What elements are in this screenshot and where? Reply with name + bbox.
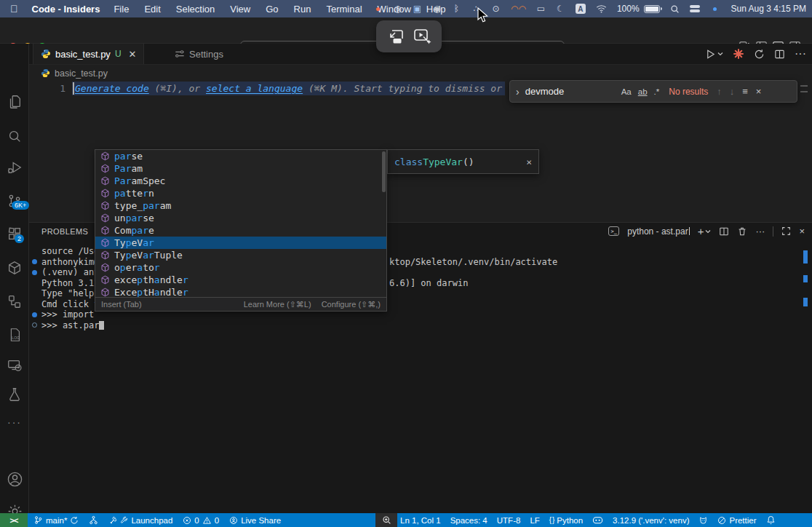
split-terminal-icon[interactable] bbox=[719, 226, 729, 237]
profiles-icon[interactable]: ◠◠ bbox=[511, 3, 526, 15]
apple-menu-icon[interactable]:  bbox=[10, 3, 18, 15]
menu-clock[interactable]: Sun Aug 3 4:15 PM bbox=[731, 4, 806, 14]
find-next-icon[interactable]: ↓ bbox=[730, 86, 735, 97]
containers-icon[interactable] bbox=[6, 259, 23, 277]
account-icon[interactable] bbox=[6, 470, 23, 488]
app-menu-name[interactable]: Code - Insiders bbox=[32, 4, 100, 15]
editor-more-actions-icon[interactable]: ··· bbox=[795, 47, 806, 60]
menu-file[interactable]: File bbox=[114, 4, 129, 15]
more-views-icon[interactable]: ··· bbox=[6, 413, 23, 431]
menu-edit[interactable]: Edit bbox=[144, 4, 160, 15]
search-icon[interactable] bbox=[6, 128, 23, 146]
hint-link[interactable]: select a language bbox=[206, 83, 303, 94]
menu-go[interactable]: Go bbox=[266, 4, 278, 15]
indentation-item[interactable]: Spaces: 4 bbox=[450, 516, 487, 525]
suggest-item-operator[interactable]: operator bbox=[95, 261, 386, 274]
suggest-configure[interactable]: Configure (⇧⌘,) bbox=[322, 300, 381, 309]
match-case-toggle[interactable]: Aa bbox=[621, 87, 632, 96]
suggest-item-type_param[interactable]: type_param bbox=[95, 199, 386, 212]
whole-word-toggle[interactable]: ab bbox=[638, 87, 648, 96]
tab-settings[interactable]: Settings bbox=[167, 44, 231, 64]
focus-moon-icon[interactable]: ☾ bbox=[556, 3, 565, 15]
menu-terminal[interactable]: Terminal bbox=[326, 4, 362, 15]
suggest-item-unparse[interactable]: unparse bbox=[95, 212, 386, 224]
extension-splat-icon[interactable] bbox=[733, 48, 744, 60]
pip-icon[interactable] bbox=[386, 28, 405, 45]
suggest-item-Compare[interactable]: Compare bbox=[95, 224, 386, 237]
hint-link[interactable]: Generate code bbox=[75, 83, 149, 94]
control-center-icon[interactable] bbox=[690, 3, 700, 15]
doc-close-icon[interactable]: × bbox=[526, 156, 532, 167]
stats-icon[interactable]: ▣ bbox=[413, 3, 422, 15]
run-python-button[interactable] bbox=[705, 49, 723, 60]
wifi-icon[interactable] bbox=[596, 3, 607, 15]
launchpad-status-item[interactable]: Launchpad bbox=[108, 516, 172, 525]
suggest-item-parse[interactable]: parse bbox=[95, 150, 386, 162]
notifications-bell-icon[interactable] bbox=[766, 515, 776, 525]
record-play-icon[interactable] bbox=[413, 28, 433, 46]
tab-close-icon[interactable]: ✕ bbox=[129, 49, 137, 60]
eol-item[interactable]: LF bbox=[530, 516, 539, 525]
remote-indicator[interactable]: >< bbox=[0, 513, 28, 527]
assistant-icon[interactable]: ◉ bbox=[432, 3, 442, 15]
suggest-item-TypeVar[interactable]: TypeVar bbox=[95, 237, 386, 249]
find-previous-icon[interactable]: ↑ bbox=[717, 86, 722, 97]
cat-extension-icon[interactable] bbox=[698, 516, 708, 525]
screen-record-icon[interactable]: ⊙ bbox=[491, 3, 501, 15]
log-file-icon[interactable]: LOG bbox=[6, 326, 23, 344]
panel-more-actions-icon[interactable]: ··· bbox=[755, 226, 765, 237]
run-debug-icon[interactable] bbox=[6, 159, 23, 176]
command-decoration-filled[interactable] bbox=[32, 312, 37, 317]
language-mode-item[interactable]: { }Python bbox=[549, 516, 583, 525]
prettier-status-item[interactable]: Prettier bbox=[717, 516, 756, 525]
find-close-icon[interactable]: × bbox=[756, 86, 762, 97]
panel-tab-problems[interactable]: PROBLEMS bbox=[41, 227, 88, 236]
terminal-title[interactable]: python - ast.par bbox=[627, 226, 689, 237]
bluetooth-icon[interactable]: ᛒ bbox=[452, 3, 461, 15]
kill-terminal-icon[interactable] bbox=[737, 226, 747, 237]
copilot-status-icon[interactable] bbox=[592, 515, 603, 526]
suggest-item-pattern[interactable]: pattern bbox=[95, 187, 386, 199]
display-icon[interactable]: ▭ bbox=[536, 3, 546, 15]
command-decoration-hollow[interactable] bbox=[32, 322, 37, 328]
close-panel-icon[interactable]: × bbox=[799, 226, 805, 237]
command-decoration-filled[interactable] bbox=[32, 259, 37, 264]
recording-dot-icon[interactable]: ● bbox=[373, 3, 383, 15]
explorer-icon[interactable] bbox=[6, 93, 23, 111]
suggest-scrollbar[interactable] bbox=[382, 151, 386, 192]
suggest-item-ParamSpec[interactable]: ParamSpec bbox=[95, 175, 386, 187]
maximize-panel-icon[interactable] bbox=[781, 226, 791, 236]
cursor-position-item[interactable]: Ln 1, Col 1 bbox=[400, 516, 441, 525]
menu-view[interactable]: View bbox=[230, 4, 250, 15]
breadcrumb-file[interactable]: basic_test.py bbox=[55, 68, 108, 79]
remote-explorer-icon[interactable] bbox=[6, 357, 23, 374]
source-control-graph-item[interactable] bbox=[89, 515, 98, 525]
spotlight-icon[interactable] bbox=[670, 3, 680, 15]
find-input[interactable]: devmode bbox=[525, 86, 621, 97]
suggest-learn-more[interactable]: Learn More (⇧⌘L) bbox=[244, 300, 311, 309]
menu-run[interactable]: Run bbox=[294, 4, 311, 15]
input-source-icon[interactable]: A bbox=[576, 3, 586, 15]
find-in-selection-icon[interactable]: ≡ bbox=[742, 86, 748, 97]
zoom-overlay-chip[interactable] bbox=[375, 513, 397, 527]
breadcrumb[interactable]: basic_test.py bbox=[29, 65, 812, 82]
regex-toggle[interactable]: .* bbox=[654, 87, 660, 96]
python-interpreter-item[interactable]: 3.12.9 ('.venv': venv) bbox=[613, 516, 689, 525]
screen-mirroring-icon[interactable]: ◎ bbox=[393, 3, 402, 15]
hierarchy-icon[interactable] bbox=[6, 293, 23, 310]
suggest-item-excepthandler[interactable]: excepthandler bbox=[95, 274, 386, 286]
battery-icon[interactable]: 100% bbox=[617, 3, 660, 15]
command-decoration-filled[interactable] bbox=[32, 270, 37, 275]
testing-icon[interactable] bbox=[6, 386, 23, 403]
branch-status-item[interactable]: main* bbox=[33, 515, 79, 525]
menu-selection[interactable]: Selection bbox=[176, 4, 215, 15]
sync-icon[interactable] bbox=[754, 49, 765, 60]
live-share-status-item[interactable]: Live Share bbox=[229, 516, 281, 525]
encoding-item[interactable]: UTF-8 bbox=[497, 516, 521, 525]
split-editor-icon[interactable] bbox=[774, 49, 785, 60]
suggest-item-Param[interactable]: Param bbox=[95, 162, 386, 175]
problems-status-item[interactable]: 0 0 bbox=[183, 516, 219, 525]
tab-basic-test-py[interactable]: basic_test.py U ✕ bbox=[33, 44, 144, 64]
suggest-item-TypeVarTuple[interactable]: TypeVarTuple bbox=[95, 249, 386, 261]
find-toggle-replace-icon[interactable]: › bbox=[516, 86, 520, 98]
